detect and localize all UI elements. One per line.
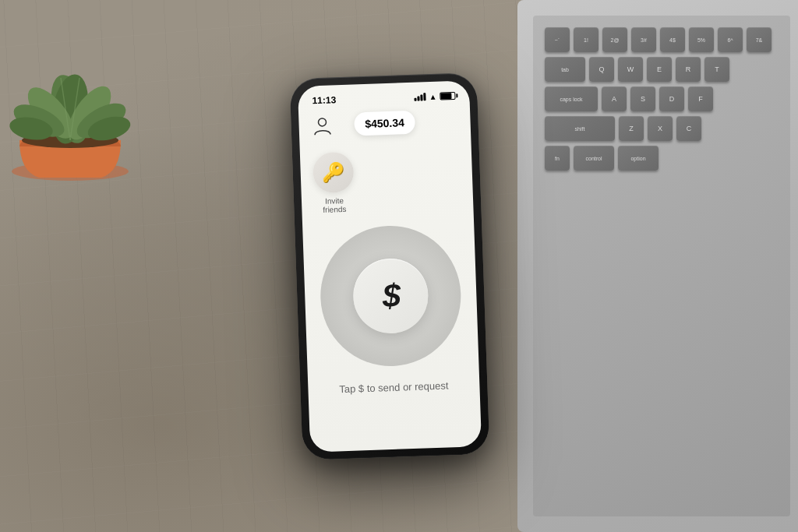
signal-bar-2 [417, 96, 419, 100]
dollar-button[interactable]: $ [352, 257, 429, 334]
battery-fill [440, 93, 451, 99]
invite-label: Invite friends [314, 196, 355, 214]
battery-icon [440, 91, 455, 100]
key-control: control [574, 146, 614, 171]
key-d: D [659, 86, 684, 111]
app-header: $450.34 [298, 102, 471, 141]
key-7: 7& [747, 27, 772, 52]
key-4: 4$ [660, 27, 685, 52]
key-c: C [676, 116, 701, 141]
outer-circle: $ [318, 223, 463, 368]
laptop-keyboard-area: ~` 1! 2@ 3# 4$ 5% 6^ 7& tab Q W E R T [533, 16, 790, 516]
signal-bar-4 [423, 93, 425, 100]
key-a: A [602, 86, 627, 111]
signal-bars-icon [414, 93, 425, 101]
signal-bar-3 [420, 94, 422, 100]
balance-amount: $450.34 [365, 116, 404, 130]
key-e: E [647, 57, 672, 82]
key-x: X [648, 116, 673, 141]
key-caps: caps lock [545, 86, 598, 111]
key-f: F [688, 86, 713, 111]
key-6: 6^ [718, 27, 743, 52]
status-icons: ▲ [414, 91, 455, 101]
key-z: Z [619, 116, 644, 141]
key-option: option [618, 146, 659, 171]
key-tilde: ~` [545, 27, 570, 52]
phone-screen: 11:13 ▲ [298, 80, 482, 452]
key-row-3: caps lock A S D F [545, 86, 779, 111]
phone: 11:13 ▲ [290, 72, 490, 460]
tap-instruction: Tap $ to send or request [339, 379, 449, 395]
laptop-decoration: ~` 1! 2@ 3# 4$ 5% 6^ 7& tab Q W E R T [502, 0, 798, 532]
key-5: 5% [689, 27, 714, 52]
key-tab: tab [545, 57, 585, 82]
keyboard-grid: ~` 1! 2@ 3# 4$ 5% 6^ 7& tab Q W E R T [545, 27, 779, 505]
key-row-2: tab Q W E R T [545, 57, 779, 82]
invite-emoji: 🔑 [321, 160, 345, 183]
key-row-1: ~` 1! 2@ 3# 4$ 5% 6^ 7& [545, 27, 779, 52]
key-r: R [676, 57, 701, 82]
invite-section: 🔑 Invite friends [299, 135, 473, 221]
key-t: T [704, 57, 729, 82]
svg-point-12 [318, 118, 326, 125]
key-row-4: shift Z X C [545, 116, 779, 141]
key-2: 2@ [602, 27, 627, 52]
key-fn: fn [545, 146, 570, 171]
phone-outer: 11:13 ▲ [290, 72, 490, 460]
plant-decoration [0, 0, 195, 195]
status-time: 11:13 [312, 94, 336, 106]
laptop-body: ~` 1! 2@ 3# 4$ 5% 6^ 7& tab Q W E R T [517, 0, 798, 532]
key-s: S [630, 86, 655, 111]
header-spacer [436, 120, 458, 121]
dollar-sign: $ [382, 277, 400, 315]
key-shift: shift [545, 116, 615, 141]
key-1: 1! [574, 27, 598, 52]
invite-avatar[interactable]: 🔑 [312, 151, 355, 193]
key-q: Q [589, 57, 614, 82]
signal-bar-1 [415, 97, 417, 100]
profile-icon[interactable] [311, 114, 334, 136]
wifi-icon: ▲ [429, 92, 436, 100]
main-action-area: $ Tap $ to send or request [302, 215, 480, 412]
key-w: W [618, 57, 643, 82]
key-row-5: fn control option [545, 146, 779, 171]
key-3: 3# [631, 27, 656, 52]
balance-pill[interactable]: $450.34 [354, 110, 416, 136]
